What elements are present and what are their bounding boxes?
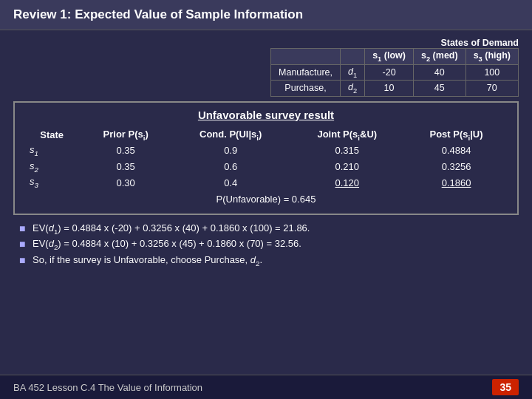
col-s2: s2 (med) — [413, 49, 466, 65]
prior-s3: 0.30 — [80, 174, 171, 191]
row-s3: 100 — [466, 64, 518, 81]
col-prior: Prior P(si) — [80, 127, 171, 143]
bullet-item: ■ EV(d2) = 0.4884 x (10) + 0.3256 x (45)… — [19, 238, 513, 251]
prior-s1: 0.35 — [80, 143, 171, 159]
bullet-text: EV(d1) = 0.4884 x (-20) + 0.3256 x (40) … — [33, 222, 310, 236]
footer-text: BA 452 Lesson C.4 The Value of Informati… — [13, 382, 202, 393]
col-joint: Joint P(si&U) — [290, 127, 404, 143]
bullet-item: ■ So, if the survey is Unfavorable, choo… — [19, 254, 513, 267]
row-decision: d1 — [340, 64, 364, 81]
col-label — [271, 49, 341, 65]
table-row: Manufacture, d1 -20 40 100 — [271, 64, 519, 81]
col-cond: Cond. P(UI|si) — [171, 127, 290, 143]
state-s3: s3 — [24, 174, 80, 191]
main-content: States of Demand s1 (low) s2 (med) s3 (h… — [0, 30, 532, 278]
col-s1: s1 (low) — [365, 49, 414, 65]
post-s2: 0.3256 — [404, 159, 508, 175]
row-s2: 45 — [413, 81, 466, 97]
pfavorable-row: P(Unfavorable) = 0.645 — [24, 191, 508, 206]
bullet-item: ■ EV(d1) = 0.4884 x (-20) + 0.3256 x (40… — [19, 222, 513, 236]
col-post: Post P(si|U) — [404, 127, 508, 143]
table-row: Purchase, d2 10 45 70 — [271, 81, 519, 97]
joint-s3: 0.120 — [290, 174, 404, 191]
demand-table-wrapper: States of Demand s1 (low) s2 (med) s3 (h… — [13, 38, 519, 97]
bullet-icon: ■ — [19, 238, 33, 250]
page-title: Review 1: Expected Value of Sample Infor… — [13, 7, 303, 21]
prior-s2: 0.35 — [80, 159, 171, 175]
row-s1: 10 — [365, 81, 414, 97]
col-s3: s3 (high) — [466, 49, 518, 65]
survey-row: s3 0.30 0.4 0.120 0.1860 — [24, 174, 508, 191]
demand-table: s1 (low) s2 (med) s3 (high) Manufacture,… — [270, 48, 519, 97]
footer: BA 452 Lesson C.4 The Value of Informati… — [0, 375, 532, 399]
row-label: Manufacture, — [271, 64, 341, 81]
unfavorable-title: Unfavorable survey result — [24, 109, 508, 121]
bullets-section: ■ EV(d1) = 0.4884 x (-20) + 0.3256 x (40… — [13, 222, 519, 267]
bullet-icon: ■ — [19, 254, 33, 266]
row-decision: d2 — [340, 81, 364, 97]
joint-s1: 0.315 — [290, 143, 404, 159]
cond-s2: 0.6 — [171, 159, 290, 175]
cond-s3: 0.4 — [171, 174, 290, 191]
col-state: State — [24, 127, 80, 143]
row-s1: -20 — [365, 64, 414, 81]
bullet-text: EV(d2) = 0.4884 x (10) + 0.3256 x (45) +… — [33, 238, 301, 251]
joint-s2: 0.210 — [290, 159, 404, 175]
cond-s1: 0.9 — [171, 143, 290, 159]
footer-page: 35 — [492, 379, 519, 395]
survey-row: s1 0.35 0.9 0.315 0.4884 — [24, 143, 508, 159]
state-s1: s1 — [24, 143, 80, 159]
page-header: Review 1: Expected Value of Sample Infor… — [0, 0, 532, 30]
state-s2: s2 — [24, 159, 80, 175]
states-of-demand-label: States of Demand — [440, 38, 519, 48]
survey-row: s2 0.35 0.6 0.210 0.3256 — [24, 159, 508, 175]
post-s3: 0.1860 — [404, 174, 508, 191]
row-s2: 40 — [413, 64, 466, 81]
pfavorable-value: P(Unfavorable) = 0.645 — [24, 191, 508, 206]
row-s3: 70 — [466, 81, 518, 97]
col-decision — [340, 49, 364, 65]
post-s1: 0.4884 — [404, 143, 508, 159]
bullet-icon: ■ — [19, 222, 33, 234]
bullet-text: So, if the survey is Unfavorable, choose… — [33, 254, 262, 267]
survey-table: State Prior P(si) Cond. P(UI|si) Joint P… — [24, 127, 508, 206]
row-label: Purchase, — [271, 81, 341, 97]
page-container: Review 1: Expected Value of Sample Infor… — [0, 0, 532, 399]
unfavorable-box: Unfavorable survey result State Prior P(… — [13, 101, 519, 215]
